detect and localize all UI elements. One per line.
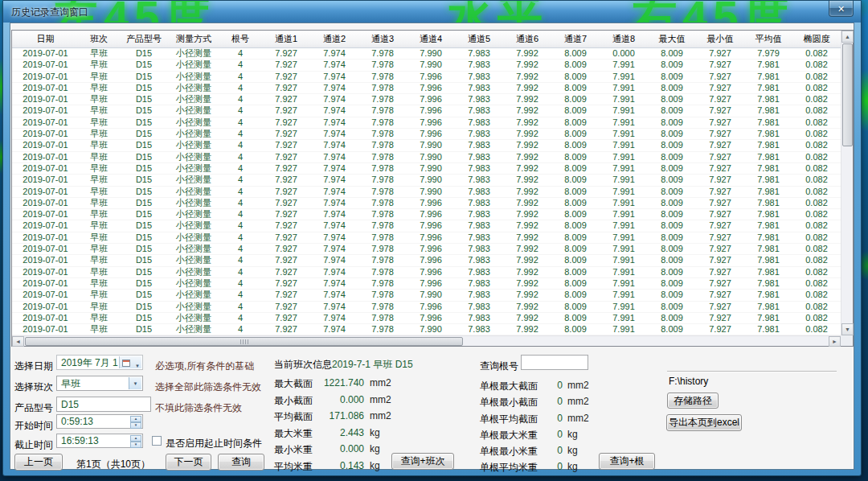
date-picker-input[interactable]: 2019年 7月 1日 ▼ — [56, 355, 143, 370]
column-header[interactable]: 椭圆度 — [792, 31, 841, 47]
table-row[interactable]: 2019-07-01早班D15小径测量47.9277.9747.9787.996… — [12, 198, 841, 209]
start-time-spinner[interactable]: 0:59:13 ▲ ▼ — [56, 414, 143, 429]
table-cell: 0.082 — [792, 83, 841, 93]
scroll-right-icon[interactable]: ► — [829, 336, 841, 347]
close-button[interactable]: ✕ — [829, 1, 854, 17]
table-row[interactable]: 2019-07-01早班D15小径测量47.9277.9747.9787.996… — [12, 278, 841, 290]
spinner-buttons[interactable]: ▲ ▼ — [130, 416, 141, 427]
table-cell: 7.991 — [600, 60, 648, 70]
query-button[interactable]: 查询 — [218, 454, 264, 471]
table-cell: D15 — [119, 209, 169, 220]
table-row[interactable]: 2019-07-01早班D15小径测量47.9277.9747.9787.990… — [12, 60, 841, 71]
table-row[interactable]: 2019-07-01早班D15小径测量47.9277.9747.9787.996… — [12, 255, 841, 266]
export-excel-button[interactable]: 导出本页到excel — [666, 414, 742, 431]
table-row[interactable]: 2019-07-01早班D15小径测量47.9277.9747.9787.990… — [12, 187, 841, 198]
column-header[interactable]: 班次 — [79, 31, 119, 47]
table-row[interactable]: 2019-07-01早班D15小径测量47.9277.9747.9787.996… — [12, 302, 841, 313]
table-cell: 7.992 — [503, 209, 551, 220]
table-cell: 2019-07-01 — [12, 278, 79, 289]
query-root-input[interactable] — [521, 355, 588, 370]
table-cell: 7.992 — [503, 129, 551, 139]
vertical-scrollbar[interactable]: ▲ ▼ — [841, 31, 853, 335]
table-cell: 7.927 — [262, 198, 310, 208]
table-row[interactable]: 2019-07-01早班D15小径测量47.9277.9747.9787.996… — [12, 117, 841, 129]
table-cell: 7.991 — [600, 187, 648, 197]
spin-down-icon[interactable]: ▼ — [130, 442, 141, 448]
save-path-button[interactable]: 存储路径 — [667, 393, 719, 409]
query-root-button[interactable]: 查询+根 — [599, 453, 655, 470]
end-time-spinner[interactable]: 16:59:13 ▲ ▼ — [56, 434, 143, 448]
query-shift-button[interactable]: 查询+班次 — [391, 453, 454, 470]
table-row[interactable]: 2019-07-01早班D15小径测量47.9277.9747.9787.996… — [12, 267, 841, 278]
table-row[interactable]: 2019-07-01早班D15小径测量47.9277.9747.9787.996… — [12, 220, 841, 232]
title-bar[interactable]: 左45度 水平 右45度 历史记录查询窗口 ✕ — [3, 1, 861, 23]
column-header[interactable]: 产品型号 — [119, 31, 169, 47]
column-header[interactable]: 最小值 — [696, 31, 744, 47]
chevron-down-icon[interactable]: ▼ — [129, 377, 141, 389]
table-row[interactable]: 2019-07-01早班D15小径测量47.9277.9747.9787.996… — [12, 232, 841, 244]
table-cell: 7.996 — [407, 129, 455, 139]
table-cell: 7.927 — [696, 220, 744, 231]
table-row[interactable]: 2019-07-01早班D15小径测量47.9277.9747.9787.996… — [12, 244, 841, 255]
table-row[interactable]: 2019-07-01早班D15小径测量47.9277.9747.9787.996… — [12, 72, 841, 83]
time-condition-checkbox[interactable] — [152, 436, 162, 446]
scroll-left-icon[interactable]: ◄ — [12, 336, 24, 347]
table-cell: 7.996 — [407, 244, 455, 254]
table-row[interactable]: 2019-07-01早班D15小径测量47.9277.9747.9787.996… — [12, 105, 841, 117]
table-cell: 早班 — [79, 48, 119, 59]
spin-up-icon[interactable]: ▲ — [130, 416, 141, 422]
table-cell: 8.009 — [551, 83, 600, 93]
spin-up-icon[interactable]: ▲ — [130, 435, 141, 442]
column-header[interactable]: 通道4 — [407, 31, 455, 47]
spin-down-icon[interactable]: ▼ — [130, 422, 141, 429]
column-header[interactable]: 通道1 — [262, 31, 310, 47]
shift-combobox[interactable]: 早班 ▼ — [56, 376, 143, 391]
column-header[interactable]: 通道8 — [600, 31, 648, 47]
table-row[interactable]: 2019-07-01早班D15小径测量47.9277.9747.9787.990… — [12, 48, 841, 60]
column-header[interactable]: 根号 — [219, 31, 262, 47]
table-row[interactable]: 2019-07-01早班D15小径测量47.9277.9747.9787.996… — [12, 313, 841, 324]
prev-page-button[interactable]: 上一页 — [14, 454, 63, 471]
table-cell: 8.009 — [551, 152, 600, 162]
table-row[interactable]: 2019-07-01早班D15小径测量47.9277.9747.9787.996… — [12, 129, 841, 140]
table-row[interactable]: 2019-07-01早班D15小径测量47.9277.9747.9787.990… — [12, 140, 841, 151]
table-row[interactable]: 2019-07-01早班D15小径测量47.9277.9747.9787.996… — [12, 83, 841, 94]
calendar-icon — [122, 360, 130, 367]
scroll-down-icon[interactable]: ▼ — [841, 323, 854, 335]
scroll-grip-icon — [240, 339, 248, 344]
table-row[interactable]: 2019-07-01早班D15小径测量47.9277.9747.9787.996… — [12, 94, 841, 105]
date-picker-button[interactable]: ▼ — [119, 356, 141, 368]
horizontal-scroll-thumb[interactable] — [25, 337, 463, 346]
column-header[interactable]: 通道2 — [310, 31, 358, 47]
table-row[interactable]: 2019-07-01早班D15小径测量47.9277.9747.9787.996… — [12, 209, 841, 220]
scroll-up-icon[interactable]: ▲ — [841, 31, 854, 43]
table-row[interactable]: 2019-07-01早班D15小径测量47.9277.9747.9787.990… — [12, 290, 841, 301]
table-row[interactable]: 2019-07-01早班D15小径测量47.9277.9747.9787.990… — [12, 175, 841, 186]
table-cell: 7.974 — [310, 324, 358, 335]
column-header[interactable]: 通道7 — [551, 31, 600, 47]
table-row[interactable]: 2019-07-01早班D15小径测量47.9277.9747.9787.990… — [12, 324, 841, 335]
table-row[interactable]: 2019-07-01早班D15小径测量47.9277.9747.9787.990… — [12, 163, 841, 175]
column-header[interactable]: 通道3 — [358, 31, 407, 47]
column-header[interactable]: 测量方式 — [169, 31, 219, 47]
table-cell: 7.927 — [262, 220, 310, 231]
table-cell: 7.978 — [358, 278, 407, 289]
product-input[interactable]: D15 — [56, 397, 151, 412]
table-cell: 7.974 — [310, 175, 358, 185]
table-cell: 8.009 — [648, 220, 696, 231]
table-cell: 7.996 — [407, 94, 455, 105]
column-header[interactable]: 通道6 — [503, 31, 551, 47]
column-header[interactable]: 最大值 — [648, 31, 696, 47]
table-cell: 0.082 — [792, 175, 841, 185]
column-header[interactable]: 通道5 — [455, 31, 503, 47]
table-row[interactable]: 2019-07-01早班D15小径测量47.9277.9747.9787.990… — [12, 152, 841, 163]
vertical-scroll-thumb[interactable] — [842, 43, 853, 146]
column-header[interactable]: 日期 — [12, 31, 79, 47]
column-header[interactable]: 平均值 — [744, 31, 792, 47]
spinner-buttons[interactable]: ▲ ▼ — [130, 435, 141, 446]
table-cell: 早班 — [79, 129, 119, 139]
horizontal-scrollbar[interactable]: ◄ ► — [12, 335, 841, 346]
next-page-button[interactable]: 下一页 — [166, 454, 211, 471]
shift-filter-hint: 选择全部此筛选条件无效 — [155, 380, 261, 394]
table-cell: 7.974 — [310, 267, 358, 278]
